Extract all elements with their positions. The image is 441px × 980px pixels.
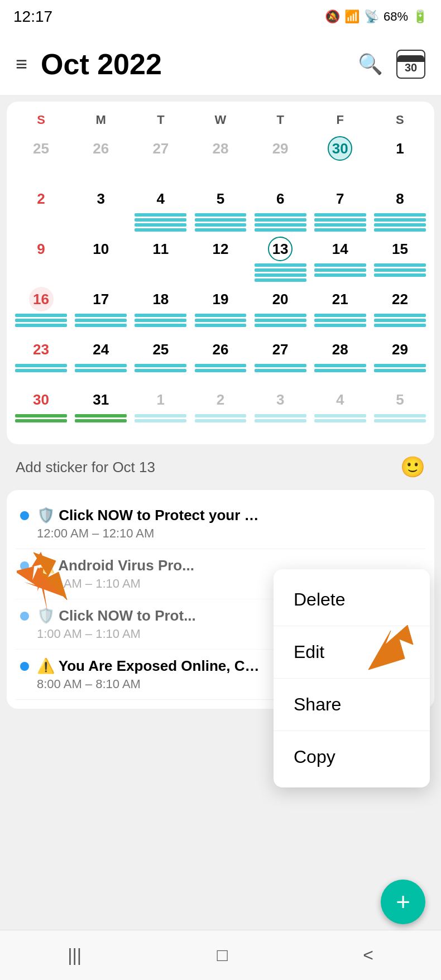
cal-cell-5[interactable]: 5 <box>190 184 250 234</box>
cal-cell-18[interactable]: 18 <box>131 285 190 335</box>
cal-cell-31[interactable]: 31 <box>71 385 131 435</box>
status-bar: 12:17 🔕 📶 📡 68% 🔋 <box>0 0 441 33</box>
cal-date: 5 <box>208 186 233 211</box>
event-line <box>75 314 127 317</box>
context-copy[interactable]: Copy <box>274 731 430 783</box>
cal-cell-2[interactable]: 2 <box>11 184 71 234</box>
search-button[interactable]: 🔍 <box>358 52 383 76</box>
cal-cell-11[interactable]: 11 <box>131 234 190 285</box>
event-line <box>255 223 306 227</box>
event-line <box>15 414 67 417</box>
event-lines <box>195 314 247 327</box>
add-event-fab[interactable]: + <box>381 880 425 924</box>
arrow-right-up-icon <box>357 614 424 681</box>
menu-button[interactable]: ≡ <box>16 52 27 76</box>
event-line <box>374 273 426 277</box>
cal-cell-22[interactable]: 22 <box>370 285 430 335</box>
cal-cell-29-sep[interactable]: 29 <box>251 134 310 184</box>
cal-cell-15[interactable]: 15 <box>370 234 430 285</box>
cal-cell-14[interactable]: 14 <box>310 234 370 285</box>
cal-cell-27-sep[interactable]: 27 <box>131 134 190 184</box>
cal-cell-23[interactable]: 23 <box>11 335 71 385</box>
cal-cell-30[interactable]: 30 <box>11 385 71 435</box>
cal-cell-16[interactable]: 16 <box>11 285 71 335</box>
event-lines <box>255 263 306 282</box>
cal-cell-3[interactable]: 3 <box>71 184 131 234</box>
day-header-sat: S <box>370 111 430 129</box>
event-title: 🛡️ Click NOW to Protect your Pricele... <box>37 507 260 524</box>
cal-cell-20[interactable]: 20 <box>251 285 310 335</box>
cal-cell-4[interactable]: 4 <box>131 184 190 234</box>
status-icons: 🔕 📶 📡 68% 🔋 <box>325 9 428 24</box>
cal-cell-1[interactable]: 1 <box>370 134 430 184</box>
event-lines <box>374 314 426 327</box>
cal-cell-26[interactable]: 26 <box>190 335 250 385</box>
event-line <box>255 419 306 422</box>
cal-cell-27[interactable]: 27 <box>251 335 310 385</box>
event-lines <box>374 263 426 277</box>
event-line <box>135 369 186 372</box>
context-share[interactable]: Share <box>274 679 430 731</box>
event-line <box>314 268 366 272</box>
day-header-sun: S <box>11 111 71 129</box>
event-line <box>255 369 306 372</box>
cal-cell-1-nov[interactable]: 1 <box>131 385 190 435</box>
header-right: 🔍 30 <box>358 50 425 79</box>
cal-cell-26-sep[interactable]: 26 <box>71 134 131 184</box>
cal-cell-12[interactable]: 12 <box>190 234 250 285</box>
cal-date: 22 <box>387 287 412 311</box>
cal-cell-28-sep[interactable]: 28 <box>190 134 250 184</box>
event-time: 12:00 AM – 12:10 AM <box>37 526 421 541</box>
event-lines <box>195 414 247 422</box>
event-dot <box>20 662 29 671</box>
cal-cell-9[interactable]: 9 <box>11 234 71 285</box>
cal-cell-21[interactable]: 21 <box>310 285 370 335</box>
nav-recent-apps[interactable]: ||| <box>68 945 82 965</box>
event-line <box>314 364 366 367</box>
cal-cell-19[interactable]: 19 <box>190 285 250 335</box>
cal-date: 21 <box>328 287 352 311</box>
cal-date: 15 <box>387 237 412 261</box>
event-line <box>314 369 366 372</box>
event-line <box>255 213 306 217</box>
event-title: ⚠️ You Are Exposed Online, Click... <box>37 657 260 675</box>
header-left: ≡ Oct 2022 <box>16 47 162 81</box>
nav-home[interactable]: □ <box>217 945 227 965</box>
cal-date: 19 <box>208 287 233 311</box>
sticker-icon[interactable]: 🙂 <box>400 455 425 479</box>
cal-cell-25[interactable]: 25 <box>131 335 190 385</box>
cal-cell-2-nov[interactable]: 2 <box>190 385 250 435</box>
event-line <box>195 419 247 422</box>
event-warning-icon-2: ⚠️ <box>37 657 59 674</box>
event-line <box>314 263 366 267</box>
nav-bar: ||| □ < <box>0 930 441 980</box>
cal-cell-28[interactable]: 28 <box>310 335 370 385</box>
day-header-thu: T <box>251 111 310 129</box>
event-line <box>15 324 67 327</box>
event-line <box>15 419 67 422</box>
event-line <box>314 319 366 322</box>
cal-cell-10[interactable]: 10 <box>71 234 131 285</box>
cal-cell-8[interactable]: 8 <box>370 184 430 234</box>
event-item-1[interactable]: 🛡️ Click NOW to Protect your Pricele... … <box>16 499 425 549</box>
cal-date: 26 <box>89 136 113 161</box>
event-line <box>195 364 247 367</box>
calendar-icon-button[interactable]: 30 <box>396 50 425 79</box>
event-line <box>195 213 247 217</box>
cal-cell-6[interactable]: 6 <box>251 184 310 234</box>
calendar-icon-date: 30 <box>405 62 417 73</box>
cal-cell-29[interactable]: 29 <box>370 335 430 385</box>
cal-cell-17[interactable]: 17 <box>71 285 131 335</box>
cal-date: 1 <box>387 136 412 161</box>
cal-date: 9 <box>29 237 54 261</box>
cal-cell-30-sep[interactable]: 30 <box>310 134 370 184</box>
event-line <box>15 319 67 322</box>
cal-cell-25-sep[interactable]: 25 <box>11 134 71 184</box>
nav-back[interactable]: < <box>363 945 373 965</box>
cal-cell-24[interactable]: 24 <box>71 335 131 385</box>
cal-cell-3-nov[interactable]: 3 <box>251 385 310 435</box>
cal-cell-4-nov[interactable]: 4 <box>310 385 370 435</box>
cal-cell-5-nov[interactable]: 5 <box>370 385 430 435</box>
cal-cell-13[interactable]: 13 <box>251 234 310 285</box>
cal-cell-7[interactable]: 7 <box>310 184 370 234</box>
